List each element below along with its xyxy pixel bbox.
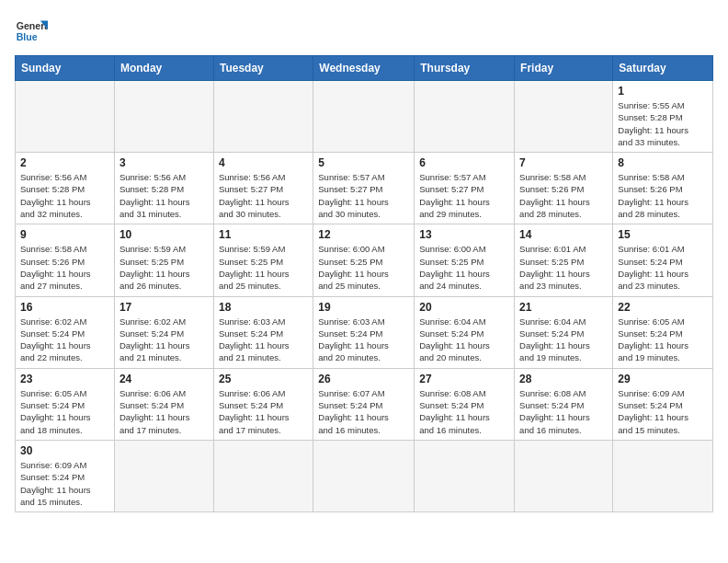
day-info: Sunrise: 6:08 AM Sunset: 5:24 PM Dayligh… (519, 387, 608, 436)
day-cell: 28Sunrise: 6:08 AM Sunset: 5:24 PM Dayli… (515, 368, 613, 440)
week-row-5: 30Sunrise: 6:09 AM Sunset: 5:24 PM Dayli… (16, 440, 713, 511)
day-cell: 21Sunrise: 6:04 AM Sunset: 5:24 PM Dayli… (515, 296, 613, 368)
day-number: 9 (20, 228, 109, 241)
day-number: 20 (419, 301, 509, 314)
header-day-friday: Friday (515, 56, 613, 81)
day-cell (213, 440, 313, 511)
day-number: 17 (119, 301, 209, 314)
day-info: Sunrise: 6:07 AM Sunset: 5:24 PM Dayligh… (318, 387, 409, 436)
day-number: 6 (419, 156, 509, 169)
day-number: 12 (318, 228, 409, 241)
day-cell: 6Sunrise: 5:57 AM Sunset: 5:27 PM Daylig… (415, 153, 515, 224)
day-number: 3 (119, 156, 209, 169)
day-info: Sunrise: 6:03 AM Sunset: 5:24 PM Dayligh… (219, 316, 308, 364)
header-day-saturday: Saturday (613, 56, 713, 81)
day-number: 16 (20, 301, 109, 314)
header: General Blue (15, 15, 713, 48)
day-cell: 13Sunrise: 6:00 AM Sunset: 5:25 PM Dayli… (415, 224, 515, 296)
day-number: 24 (119, 373, 209, 385)
day-info: Sunrise: 6:00 AM Sunset: 5:25 PM Dayligh… (419, 243, 509, 292)
day-number: 23 (20, 373, 109, 385)
day-number: 28 (519, 373, 608, 385)
day-cell: 27Sunrise: 6:08 AM Sunset: 5:24 PM Dayli… (415, 368, 515, 440)
day-cell: 10Sunrise: 5:59 AM Sunset: 5:25 PM Dayli… (114, 224, 213, 296)
day-cell (515, 81, 613, 153)
day-number: 7 (519, 156, 608, 169)
day-number: 15 (618, 228, 708, 241)
day-info: Sunrise: 6:01 AM Sunset: 5:25 PM Dayligh… (519, 243, 608, 292)
week-row-3: 16Sunrise: 6:02 AM Sunset: 5:24 PM Dayli… (16, 296, 713, 368)
week-row-2: 9Sunrise: 5:58 AM Sunset: 5:26 PM Daylig… (16, 224, 713, 296)
day-cell (114, 440, 213, 511)
logo: General Blue (15, 15, 51, 48)
day-number: 2 (20, 156, 109, 169)
day-number: 21 (519, 301, 608, 314)
day-info: Sunrise: 6:05 AM Sunset: 5:24 PM Dayligh… (20, 387, 109, 436)
day-number: 22 (618, 301, 708, 314)
day-info: Sunrise: 5:58 AM Sunset: 5:26 PM Dayligh… (618, 171, 708, 220)
day-info: Sunrise: 6:09 AM Sunset: 5:24 PM Dayligh… (20, 459, 109, 508)
day-info: Sunrise: 5:59 AM Sunset: 5:25 PM Dayligh… (119, 243, 209, 292)
day-cell (114, 81, 213, 153)
day-number: 11 (219, 228, 308, 241)
day-number: 29 (618, 373, 708, 385)
day-number: 19 (318, 301, 409, 314)
day-cell: 4Sunrise: 5:56 AM Sunset: 5:27 PM Daylig… (213, 153, 313, 224)
day-info: Sunrise: 6:03 AM Sunset: 5:24 PM Dayligh… (318, 316, 409, 364)
day-cell: 16Sunrise: 6:02 AM Sunset: 5:24 PM Dayli… (16, 296, 115, 368)
day-cell (415, 440, 515, 511)
day-cell: 30Sunrise: 6:09 AM Sunset: 5:24 PM Dayli… (16, 440, 115, 511)
day-number: 8 (618, 156, 708, 169)
day-number: 18 (219, 301, 308, 314)
day-cell (515, 440, 613, 511)
day-cell: 3Sunrise: 5:56 AM Sunset: 5:28 PM Daylig… (114, 153, 213, 224)
day-cell (313, 440, 415, 511)
day-cell: 25Sunrise: 6:06 AM Sunset: 5:24 PM Dayli… (213, 368, 313, 440)
day-number: 26 (318, 373, 409, 385)
day-cell: 8Sunrise: 5:58 AM Sunset: 5:26 PM Daylig… (613, 153, 713, 224)
day-cell (313, 81, 415, 153)
day-info: Sunrise: 6:06 AM Sunset: 5:24 PM Dayligh… (119, 387, 209, 436)
logo-icon: General Blue (15, 15, 48, 48)
day-cell (16, 81, 115, 153)
day-cell (613, 440, 713, 511)
calendar-table: SundayMondayTuesdayWednesdayThursdayFrid… (15, 55, 713, 512)
week-row-4: 23Sunrise: 6:05 AM Sunset: 5:24 PM Dayli… (16, 368, 713, 440)
header-day-sunday: Sunday (16, 56, 115, 81)
day-cell (415, 81, 515, 153)
day-info: Sunrise: 6:01 AM Sunset: 5:24 PM Dayligh… (618, 243, 708, 292)
week-row-1: 2Sunrise: 5:56 AM Sunset: 5:28 PM Daylig… (16, 153, 713, 224)
header-day-tuesday: Tuesday (213, 56, 313, 81)
day-info: Sunrise: 5:57 AM Sunset: 5:27 PM Dayligh… (419, 171, 509, 220)
day-number: 30 (20, 444, 109, 457)
day-cell: 22Sunrise: 6:05 AM Sunset: 5:24 PM Dayli… (613, 296, 713, 368)
day-info: Sunrise: 5:56 AM Sunset: 5:28 PM Dayligh… (20, 171, 109, 220)
day-number: 13 (419, 228, 509, 241)
header-day-monday: Monday (114, 56, 213, 81)
day-cell: 1Sunrise: 5:55 AM Sunset: 5:28 PM Daylig… (613, 81, 713, 153)
day-cell: 12Sunrise: 6:00 AM Sunset: 5:25 PM Dayli… (313, 224, 415, 296)
day-cell: 18Sunrise: 6:03 AM Sunset: 5:24 PM Dayli… (213, 296, 313, 368)
day-info: Sunrise: 6:05 AM Sunset: 5:24 PM Dayligh… (618, 316, 708, 364)
day-cell: 9Sunrise: 5:58 AM Sunset: 5:26 PM Daylig… (16, 224, 115, 296)
day-number: 5 (318, 156, 409, 169)
day-info: Sunrise: 5:56 AM Sunset: 5:28 PM Dayligh… (119, 171, 209, 220)
day-cell: 29Sunrise: 6:09 AM Sunset: 5:24 PM Dayli… (613, 368, 713, 440)
day-info: Sunrise: 6:02 AM Sunset: 5:24 PM Dayligh… (119, 316, 209, 364)
day-cell: 15Sunrise: 6:01 AM Sunset: 5:24 PM Dayli… (613, 224, 713, 296)
day-info: Sunrise: 6:06 AM Sunset: 5:24 PM Dayligh… (219, 387, 308, 436)
day-cell: 19Sunrise: 6:03 AM Sunset: 5:24 PM Dayli… (313, 296, 415, 368)
day-info: Sunrise: 6:09 AM Sunset: 5:24 PM Dayligh… (618, 387, 708, 436)
day-info: Sunrise: 6:08 AM Sunset: 5:24 PM Dayligh… (419, 387, 509, 436)
day-cell: 2Sunrise: 5:56 AM Sunset: 5:28 PM Daylig… (16, 153, 115, 224)
day-number: 27 (419, 373, 509, 385)
day-cell: 23Sunrise: 6:05 AM Sunset: 5:24 PM Dayli… (16, 368, 115, 440)
svg-text:Blue: Blue (17, 31, 38, 42)
day-number: 4 (219, 156, 308, 169)
day-cell: 17Sunrise: 6:02 AM Sunset: 5:24 PM Dayli… (114, 296, 213, 368)
day-cell (213, 81, 313, 153)
day-info: Sunrise: 6:04 AM Sunset: 5:24 PM Dayligh… (519, 316, 608, 364)
day-info: Sunrise: 6:02 AM Sunset: 5:24 PM Dayligh… (20, 316, 109, 364)
day-number: 14 (519, 228, 608, 241)
header-day-wednesday: Wednesday (313, 56, 415, 81)
